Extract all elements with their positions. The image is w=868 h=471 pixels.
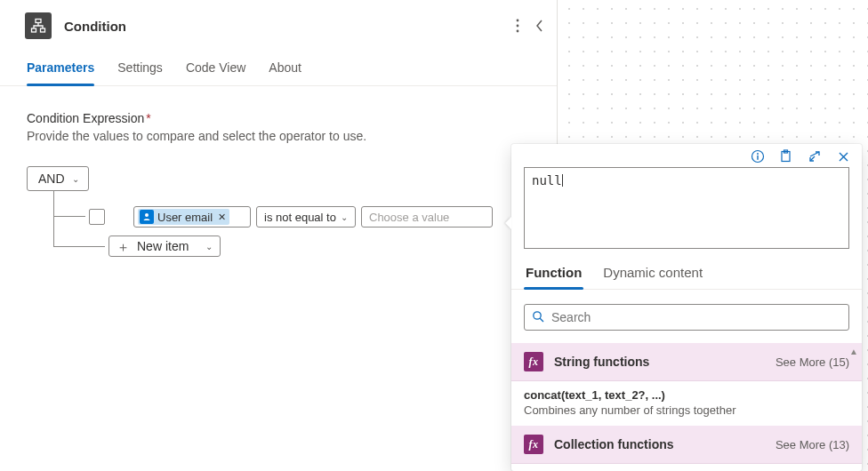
panel-body: Condition Expression* Provide the values… <box>0 86 557 216</box>
info-icon[interactable] <box>750 149 766 164</box>
svg-rect-0 <box>36 20 41 23</box>
fx-icon: fx <box>524 435 543 454</box>
collapse-panel-icon[interactable] <box>535 19 544 33</box>
panel-title: Condition <box>64 19 126 34</box>
fx-icon: fx <box>524 352 543 371</box>
group-operator-dropdown[interactable]: AND ⌄ <box>27 166 89 191</box>
svg-rect-9 <box>757 156 758 160</box>
tree-connector <box>53 246 105 247</box>
operand-left-input[interactable]: User email ✕ <box>133 206 251 228</box>
operator-dropdown[interactable]: is not equal to ⌄ <box>256 206 356 228</box>
category-string-functions[interactable]: fx String functions See More (15) <box>511 343 862 381</box>
operator-label: is not equal to <box>264 211 336 224</box>
search-box[interactable] <box>524 304 849 331</box>
svg-point-4 <box>517 25 519 28</box>
function-item-concat[interactable]: concat(text_1, text_2?, ...) Combines an… <box>511 381 862 426</box>
svg-point-12 <box>534 311 541 318</box>
condition-expression-label: Condition Expression* <box>27 111 530 125</box>
function-description: Combines any number of strings together <box>524 403 849 417</box>
chevron-down-icon: ⌄ <box>72 174 79 184</box>
group-operator-label: AND <box>38 172 65 186</box>
required-indicator: * <box>146 111 150 125</box>
tab-dynamic-content[interactable]: Dynamic content <box>601 258 704 289</box>
category-label: String functions <box>554 355 649 369</box>
tab-about[interactable]: About <box>269 52 301 85</box>
operand-right-input[interactable]: Choose a value <box>361 206 493 228</box>
more-menu-icon[interactable] <box>516 19 519 33</box>
scroll-up-icon[interactable]: ▲ <box>849 347 858 356</box>
popover-tabs: Function Dynamic content <box>511 258 862 290</box>
person-icon <box>140 210 154 224</box>
see-more-link[interactable]: See More (15) <box>776 355 849 369</box>
condition-icon <box>25 12 52 39</box>
expand-icon[interactable] <box>807 149 823 164</box>
function-signature: concat(text_1, text_2?, ...) <box>524 388 849 402</box>
new-item-row: ＋ New item ⌄ <box>108 236 221 257</box>
search-input[interactable] <box>551 310 841 324</box>
condition-expression-hint: Provide the values to compare and select… <box>27 129 530 143</box>
expression-input[interactable]: null <box>524 167 849 249</box>
paste-icon[interactable] <box>778 149 794 164</box>
new-item-label: New item <box>137 239 189 253</box>
panel-tabs: Parameters Settings Code View About <box>0 52 557 86</box>
chevron-down-icon: ⌄ <box>341 212 348 222</box>
svg-rect-2 <box>41 28 45 32</box>
expression-popover: null Function Dynamic content fx String … <box>511 144 862 471</box>
tab-settings[interactable]: Settings <box>117 52 163 85</box>
svg-line-13 <box>540 318 543 322</box>
category-label: Collection functions <box>554 437 674 451</box>
tab-function[interactable]: Function <box>524 258 583 289</box>
svg-point-3 <box>517 20 519 22</box>
popover-toolbar <box>511 144 862 164</box>
expression-value: null <box>532 173 562 188</box>
svg-point-5 <box>517 30 519 33</box>
tab-parameters[interactable]: Parameters <box>27 52 94 85</box>
tree-connector <box>53 216 85 217</box>
new-item-button[interactable]: ＋ New item ⌄ <box>108 236 221 257</box>
popover-pointer <box>505 217 511 229</box>
row-checkbox[interactable] <box>89 209 105 225</box>
remove-token-icon[interactable]: ✕ <box>218 212 226 223</box>
panel-header: Condition <box>0 0 557 52</box>
condition-row: User email ✕ is not equal to ⌄ Choose a … <box>89 206 493 228</box>
plus-icon: ＋ <box>117 240 130 253</box>
tree-connector <box>53 191 54 246</box>
svg-rect-1 <box>32 28 36 32</box>
category-collection-functions[interactable]: fx Collection functions See More (13) <box>511 426 862 464</box>
value-placeholder: Choose a value <box>369 211 449 224</box>
condition-expression-label-text: Condition Expression <box>27 111 144 125</box>
condition-panel: Condition Parameters Settings Code View … <box>0 0 558 471</box>
token-label: User email <box>157 211 213 224</box>
chevron-down-icon: ⌄ <box>205 242 213 251</box>
close-icon[interactable] <box>835 149 851 164</box>
search-icon <box>532 310 544 325</box>
dynamic-token-user-email[interactable]: User email ✕ <box>138 209 229 225</box>
svg-point-6 <box>145 213 149 217</box>
tab-codeview[interactable]: Code View <box>186 52 245 85</box>
svg-point-8 <box>757 153 759 155</box>
see-more-link[interactable]: See More (13) <box>776 438 849 451</box>
